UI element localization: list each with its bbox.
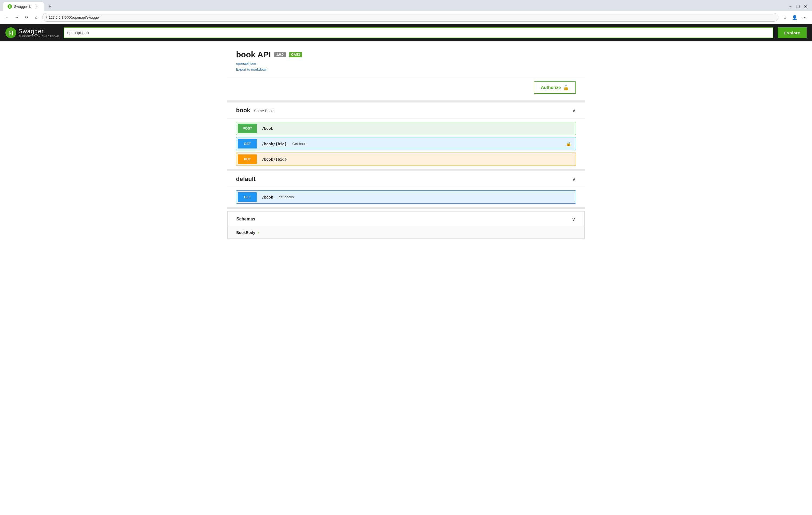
browser-chrome: S Swagger UI ✕ + − ❐ ✕ ← → ↻ ⌂ ℹ 127.0.0…	[0, 0, 812, 24]
page-content: {/} Swagger. SUPPORTED BY SMARTBEAR Expl…	[0, 24, 812, 515]
book-endpoints: POST /book GET /book/{bid} Get book 🔒 PU…	[227, 119, 585, 169]
default-section-title: default	[236, 176, 256, 182]
authorize-area: Authorize 🔓	[227, 77, 585, 100]
swagger-search-input[interactable]	[64, 27, 774, 38]
profile-icon[interactable]: 👤	[790, 13, 799, 22]
close-window-button[interactable]: ✕	[802, 3, 809, 10]
swagger-logo: {/} Swagger. SUPPORTED BY SMARTBEAR	[5, 27, 59, 38]
authorize-label: Authorize	[541, 85, 561, 90]
get-book-bid-desc: Get book	[290, 139, 309, 149]
api-title: book API	[236, 50, 271, 59]
new-tab-button[interactable]: +	[46, 3, 54, 10]
get-book-endpoint[interactable]: GET /book get books	[236, 190, 576, 204]
post-method-badge: POST	[238, 124, 257, 133]
get-method-badge: GET	[238, 139, 257, 149]
minimize-button[interactable]: −	[787, 3, 793, 10]
lock-icon: 🔓	[563, 85, 569, 91]
title-bar: S Swagger UI ✕ + − ❐ ✕	[0, 0, 812, 11]
schema-expand-arrow: ›	[257, 230, 259, 235]
browser-tab[interactable]: S Swagger UI ✕	[3, 2, 44, 11]
get-book-bid-path: /book/{bid}	[259, 139, 290, 149]
export-link[interactable]: Export to markdown	[236, 67, 267, 71]
book-section-title-row: book Some Book	[236, 107, 273, 114]
get-book-desc: get books	[277, 192, 296, 202]
schemas-section: Schemas ∨ BookBody ›	[227, 211, 585, 239]
tab-favicon: S	[7, 4, 12, 9]
explore-button[interactable]: Explore	[778, 27, 807, 38]
extensions-icon[interactable]: ☆	[781, 13, 789, 22]
home-button[interactable]: ⌂	[32, 13, 40, 21]
reload-button[interactable]: ↻	[23, 13, 30, 21]
book-section-header[interactable]: book Some Book ∨	[227, 102, 585, 119]
nav-bar: ← → ↻ ⌂ ℹ 127.0.0.1:5000/openapi/swagger…	[0, 11, 812, 24]
swagger-name: Swagger.	[19, 28, 59, 35]
book-section-title: book	[236, 107, 250, 114]
menu-button[interactable]: ⋯	[800, 13, 809, 22]
address-bar[interactable]: ℹ 127.0.0.1:5000/openapi/swagger	[42, 13, 778, 22]
swagger-header: {/} Swagger. SUPPORTED BY SMARTBEAR Expl…	[0, 24, 812, 41]
put-method-badge: PUT	[238, 154, 257, 164]
book-chevron-icon: ∨	[572, 107, 576, 114]
post-book-endpoint[interactable]: POST /book	[236, 122, 576, 135]
default-section-header[interactable]: default ∨	[227, 171, 585, 187]
book-section: book Some Book ∨ POST /book GET /book/{b…	[227, 102, 585, 169]
back-button[interactable]: ←	[3, 13, 11, 21]
put-book-bid-path: /book/{bid}	[259, 154, 290, 164]
swagger-logo-text: Swagger. SUPPORTED BY SMARTBEAR	[19, 28, 59, 38]
book-body-schema-row[interactable]: BookBody ›	[227, 227, 585, 239]
version-badge: 1.0.0	[274, 52, 286, 57]
swagger-logo-circle: {/}	[5, 27, 16, 38]
section-divider-2	[227, 169, 585, 171]
default-chevron-icon: ∨	[572, 176, 576, 182]
title-bar-left: S Swagger UI ✕ +	[3, 2, 54, 11]
tab-title: Swagger UI	[14, 5, 32, 9]
get-lock-icon: 🔒	[562, 139, 576, 149]
api-info: book API 1.0.0 OAS3 openapi.json Export …	[227, 41, 585, 77]
api-title-row: book API 1.0.0 OAS3	[236, 50, 576, 59]
schemas-chevron-icon: ∨	[572, 216, 576, 222]
address-info-icon: ℹ	[46, 16, 47, 19]
main-wrapper: book API 1.0.0 OAS3 openapi.json Export …	[227, 41, 585, 239]
swagger-sub: SUPPORTED BY SMARTBEAR	[19, 35, 59, 38]
section-divider-3	[227, 207, 585, 209]
get-method-badge-2: GET	[238, 192, 257, 202]
tab-close-button[interactable]: ✕	[35, 4, 39, 9]
openapi-link[interactable]: openapi.json	[236, 61, 576, 65]
oas-badge: OAS3	[289, 52, 302, 57]
maximize-button[interactable]: ❐	[795, 3, 801, 10]
book-body-schema-name: BookBody	[236, 231, 255, 235]
schemas-title: Schemas	[236, 217, 255, 221]
get-book-path: /book	[259, 192, 277, 202]
url-text: 127.0.0.1:5000/openapi/swagger	[49, 16, 100, 20]
post-book-path: /book	[259, 124, 277, 133]
authorize-button[interactable]: Authorize 🔓	[534, 82, 576, 94]
default-section-title-row: default	[236, 176, 256, 183]
get-book-bid-endpoint[interactable]: GET /book/{bid} Get book 🔒	[236, 137, 576, 150]
nav-right-buttons: ☆ 👤 ⋯	[781, 13, 809, 22]
book-section-subtitle: Some Book	[254, 109, 273, 113]
default-endpoints: GET /book get books	[227, 187, 585, 207]
put-book-bid-endpoint[interactable]: PUT /book/{bid}	[236, 153, 576, 166]
section-divider	[227, 100, 585, 102]
default-section: default ∨ GET /book get books	[227, 171, 585, 207]
forward-button[interactable]: →	[13, 13, 21, 21]
schemas-header[interactable]: Schemas ∨	[227, 211, 585, 227]
window-controls: − ❐ ✕	[787, 3, 809, 10]
